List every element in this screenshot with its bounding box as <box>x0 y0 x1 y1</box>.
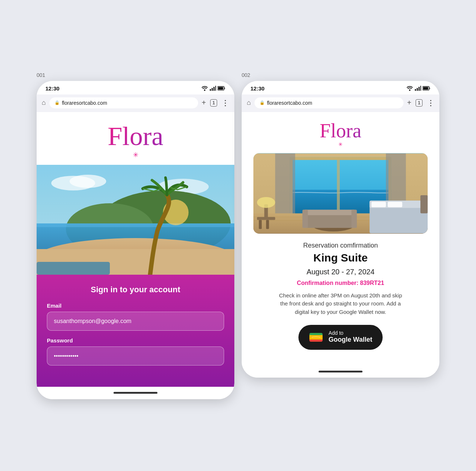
svg-rect-23 <box>420 86 421 91</box>
phone1-home-indicator <box>37 387 234 399</box>
tab-count-2[interactable]: 1 <box>416 99 423 107</box>
home-icon-2[interactable]: ⌂ <box>247 99 251 107</box>
password-label: Password <box>47 337 224 344</box>
phone2-browser-bar: ⌂ 🔒 floraresortcabo.com + 1 ⋮ <box>247 97 434 108</box>
phone2-wrapper: 002 12:30 <box>242 72 439 378</box>
svg-rect-48 <box>302 209 308 228</box>
reservation-body: Flora ✳ <box>242 112 439 362</box>
email-label: Email <box>47 303 224 309</box>
wallet-icon <box>309 330 323 345</box>
beach-image <box>37 165 234 275</box>
lock-icon-2: 🔒 <box>260 100 265 105</box>
flora-asterisk-2: ✳ <box>338 141 343 147</box>
svg-point-9 <box>70 175 106 188</box>
phone1-status-icons <box>201 86 226 91</box>
svg-rect-17 <box>37 262 110 275</box>
wallet-name-text: Google Wallet <box>328 335 372 344</box>
wifi-icon-2 <box>406 86 413 91</box>
home-icon[interactable]: ⌂ <box>42 99 46 107</box>
confirmation-number: Confirmation number: 839RT21 <box>297 280 384 286</box>
svg-rect-32 <box>337 157 340 215</box>
svg-rect-60 <box>309 335 323 340</box>
lock-icon: 🔒 <box>55 100 60 105</box>
svg-point-51 <box>257 197 275 208</box>
wallet-add-text: Add to <box>328 330 343 335</box>
svg-rect-42 <box>388 201 402 207</box>
password-input[interactable] <box>47 346 224 366</box>
phone1-wrapper: 001 12:30 <box>37 72 234 399</box>
phone1-content: Flora ✳ <box>37 112 234 399</box>
beach-scene-svg <box>37 165 234 275</box>
svg-rect-4 <box>215 86 216 91</box>
wallet-text: Add to Google Wallet <box>328 330 372 344</box>
svg-rect-21 <box>417 88 418 91</box>
phone1-browser-chrome: ⌂ 🔒 floraresortcabo.com + 1 ⋮ <box>37 94 234 112</box>
svg-rect-41 <box>371 201 386 207</box>
google-wallet-button[interactable]: Add to Google Wallet <box>298 325 382 350</box>
flora-logo-1: Flora <box>108 123 163 149</box>
plus-icon-2[interactable]: + <box>407 99 412 107</box>
home-bar-2 <box>319 371 362 372</box>
svg-rect-25 <box>423 87 428 90</box>
signal-icon <box>209 86 216 91</box>
google-wallet-icon-svg <box>309 330 323 345</box>
phone1-url-text: floraresortcabo.com <box>62 100 107 106</box>
room-scene-svg <box>253 153 428 234</box>
svg-rect-14 <box>37 223 234 227</box>
phone1-url-bar[interactable]: 🔒 floraresortcabo.com <box>49 97 198 108</box>
svg-rect-2 <box>212 88 213 91</box>
phone2-status-bar: 12:30 <box>242 81 439 94</box>
phone2-status-icons <box>406 86 431 91</box>
phone2-time: 12:30 <box>250 85 264 92</box>
wifi-icon <box>201 86 208 91</box>
phone2-url-bar[interactable]: 🔒 floraresortcabo.com <box>254 97 404 108</box>
svg-rect-49 <box>352 209 357 228</box>
svg-rect-22 <box>419 87 420 91</box>
checkin-instructions: Check in online after 3PM on August 20th… <box>278 292 403 316</box>
room-image <box>253 153 428 234</box>
svg-rect-3 <box>213 87 215 91</box>
phone1-time: 12:30 <box>45 85 59 92</box>
svg-rect-54 <box>266 220 269 229</box>
phone2-url-text: floraresortcabo.com <box>267 100 312 106</box>
phone1-number: 001 <box>37 72 45 78</box>
svg-point-19 <box>409 89 410 91</box>
flora-asterisk-1: ✳ <box>133 151 138 159</box>
phone2-browser-actions: + 1 ⋮ <box>407 99 434 107</box>
svg-rect-47 <box>304 209 355 215</box>
phones-container: 001 12:30 <box>37 72 439 399</box>
battery-icon-2 <box>423 86 431 90</box>
svg-rect-20 <box>415 89 416 91</box>
reservation-dates: August 20 - 27, 2024 <box>306 268 375 276</box>
phone2-number: 002 <box>242 72 250 78</box>
reservation-label: Reservation comfirmation <box>303 242 378 249</box>
phone2-browser-chrome: ⌂ 🔒 floraresortcabo.com + 1 ⋮ <box>242 94 439 112</box>
svg-rect-31 <box>290 157 391 160</box>
battery-icon <box>217 86 226 90</box>
plus-icon[interactable]: + <box>202 99 206 107</box>
phone1-status-bar: 12:30 <box>37 81 234 94</box>
phone2: 12:30 <box>242 81 439 378</box>
phone1-logo-section: Flora ✳ <box>37 112 234 165</box>
phone1-browser-bar: ⌂ 🔒 floraresortcabo.com + 1 ⋮ <box>42 97 229 108</box>
svg-rect-33 <box>275 153 295 217</box>
svg-point-0 <box>204 89 205 91</box>
home-bar-1 <box>114 392 157 394</box>
email-input[interactable] <box>47 312 224 331</box>
phone2-content: Flora ✳ <box>242 112 439 378</box>
svg-rect-53 <box>259 220 262 229</box>
svg-rect-1 <box>210 89 211 91</box>
svg-rect-52 <box>257 217 275 220</box>
signal-icon-2 <box>414 86 421 91</box>
menu-icon-2[interactable]: ⋮ <box>427 99 434 107</box>
phone1: 12:30 <box>37 81 234 399</box>
svg-rect-6 <box>218 87 223 90</box>
flora-logo-2: Flora <box>320 121 361 141</box>
room-name: King Suite <box>313 252 368 264</box>
phone2-home-indicator <box>242 365 439 378</box>
tab-count[interactable]: 1 <box>210 99 217 107</box>
phone1-browser-actions: + 1 ⋮ <box>202 99 229 107</box>
menu-icon[interactable]: ⋮ <box>222 99 229 107</box>
signin-title: Sign in to your account <box>47 285 224 294</box>
signin-section: Sign in to your account Email Password <box>37 275 234 387</box>
